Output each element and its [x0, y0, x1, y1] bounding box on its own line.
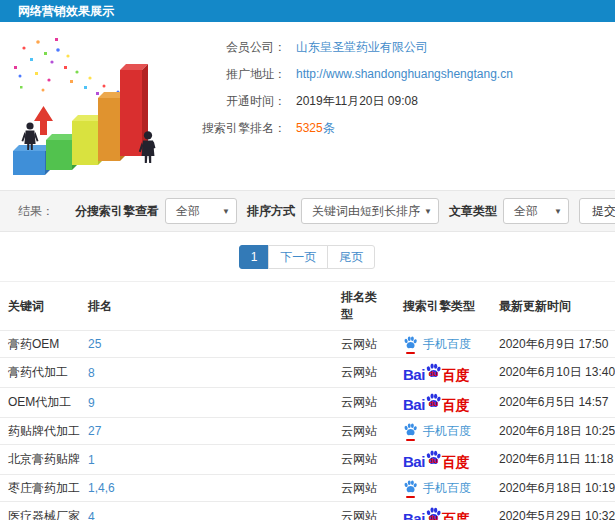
promo-url-label: 推广地址： [186, 67, 286, 81]
filter-band: 结果： 分搜索引擎查看 全部 ▼ 排序方式 关键词由短到长排序 ▼ 文章类型 全… [0, 190, 615, 232]
updated-time-cell: 2020年6月5日 14:57 [491, 388, 615, 418]
baidu-paw-icon [403, 422, 418, 437]
next-page-button[interactable]: 下一页 [268, 245, 328, 269]
chevron-down-icon: ▼ [554, 199, 562, 225]
page-title: 网络营销效果展示 [0, 0, 615, 22]
engine-filter-select[interactable]: 全部 ▼ [165, 198, 237, 224]
promo-url-link[interactable]: http://www.shandonghuangshengtang.cn [296, 67, 513, 81]
up-arrow-decoration [34, 106, 53, 135]
rank-type-cell: 云网站 [333, 331, 395, 358]
baidu-logo: Baidu百度 [403, 506, 470, 520]
info-section: 会员公司： 山东皇圣堂药业有限公司 推广地址： http://www.shand… [0, 22, 615, 190]
sort-filter-label: 排序方式 [247, 203, 295, 220]
updated-time-cell: 2020年6月11日 11:18 [491, 445, 615, 475]
rank-type-cell: 云网站 [333, 502, 395, 520]
table-row: OEM代加工9云网站Baidu百度2020年6月5日 14:57 [0, 388, 615, 418]
table-row: 医疗器械厂家4云网站Baidu百度2020年5月29日 10:32 [0, 502, 615, 520]
sort-filter-select[interactable]: 关键词由短到长排序 ▼ [301, 198, 439, 224]
keyword-cell: 医疗器械厂家 [0, 502, 80, 520]
baidu-du-text: du [428, 366, 438, 382]
result-label: 结果： [18, 203, 54, 220]
info-row-open-time: 开通时间： 2019年11月20日 09:08 [186, 94, 615, 108]
results-table: 关键词排名排名类型搜索引擎类型最新更新时间 膏药OEM25云网站手机百度2020… [0, 281, 615, 520]
keyword-cell: 药贴牌代加工 [0, 418, 80, 445]
rank-link[interactable]: 1 [88, 453, 95, 467]
table-row: 膏药代加工8云网站Baidu百度2020年6月10日 13:40 [0, 358, 615, 388]
article-type-filter-label: 文章类型 [449, 203, 497, 220]
last-page-button[interactable]: 尾页 [327, 245, 375, 269]
mobile-baidu-logo: 手机百度 [403, 335, 471, 353]
engine-type-cell: 手机百度 [395, 418, 491, 445]
table-row: 枣庄膏药加工1,4,6云网站手机百度2020年6月18日 10:19 [0, 475, 615, 502]
info-row-company: 会员公司： 山东皇圣堂药业有限公司 [186, 40, 615, 54]
mobile-baidu-label: 手机百度 [423, 336, 471, 353]
rank-cell: 1,4,6 [80, 475, 333, 502]
submit-button[interactable]: 提交 [579, 198, 615, 224]
pagination: 1 下一页 尾页 [0, 245, 615, 269]
rank-type-cell: 云网站 [333, 445, 395, 475]
baidu-underline-icon [406, 352, 415, 354]
rank-count-number: 5325 [296, 121, 323, 135]
results-table-body: 膏药OEM25云网站手机百度2020年6月9日 17:50膏药代加工8云网站Ba… [0, 331, 615, 520]
baidu-bai-text: Bai [403, 367, 425, 383]
baidu-logo: Baidu百度 [403, 362, 470, 383]
info-row-rank-count: 搜索引擎排名： 5325条 [186, 121, 615, 135]
table-row: 药贴牌代加工27云网站手机百度2020年6月18日 10:25 [0, 418, 615, 445]
baidu-du-text: du [428, 453, 438, 469]
baidu-logo: Baidu百度 [403, 392, 470, 413]
mobile-baidu-label: 手机百度 [423, 480, 471, 497]
table-row: 膏药OEM25云网站手机百度2020年6月9日 17:50 [0, 331, 615, 358]
article-type-value: 全部 [514, 204, 538, 218]
rank-link[interactable]: 27 [88, 424, 101, 438]
rank-cell: 25 [80, 331, 333, 358]
mobile-baidu-label: 手机百度 [423, 423, 471, 440]
updated-time-cell: 2020年6月9日 17:50 [491, 331, 615, 358]
updated-time-cell: 2020年6月18日 10:19 [491, 475, 615, 502]
rank-cell: 9 [80, 388, 333, 418]
company-label: 会员公司： [186, 40, 286, 54]
rank-type-cell: 云网站 [333, 418, 395, 445]
updated-time-cell: 2020年6月18日 10:25 [491, 418, 615, 445]
baidu-underline-icon [406, 496, 415, 498]
rank-link[interactable]: 8 [88, 366, 95, 380]
marketing-chart-image [0, 28, 186, 188]
info-list: 会员公司： 山东皇圣堂药业有限公司 推广地址： http://www.shand… [186, 22, 615, 190]
engine-type-cell: Baidu百度 [395, 445, 491, 475]
column-header: 排名类型 [333, 282, 395, 331]
open-time-label: 开通时间： [186, 94, 286, 108]
rank-count-suffix: 条 [323, 121, 335, 135]
rank-cell: 8 [80, 358, 333, 388]
rank-cell: 27 [80, 418, 333, 445]
engine-filter-label: 分搜索引擎查看 [75, 203, 159, 220]
filter-controls: 分搜索引擎查看 全部 ▼ 排序方式 关键词由短到长排序 ▼ 文章类型 全部 ▼ … [65, 198, 615, 224]
rank-type-cell: 云网站 [333, 358, 395, 388]
baidu-name-text: 百度 [442, 367, 470, 383]
rank-link[interactable]: 9 [88, 396, 95, 410]
rank-type-cell: 云网站 [333, 388, 395, 418]
engine-type-cell: 手机百度 [395, 331, 491, 358]
sort-filter-value: 关键词由短到长排序 [312, 204, 420, 218]
engine-type-cell: Baidu百度 [395, 502, 491, 520]
company-link[interactable]: 山东皇圣堂药业有限公司 [296, 40, 428, 54]
baidu-bai-text: Bai [403, 454, 425, 470]
keyword-cell: 膏药代加工 [0, 358, 80, 388]
rank-link[interactable]: 25 [88, 337, 101, 351]
engine-type-cell: Baidu百度 [395, 358, 491, 388]
rank-type-cell: 云网站 [333, 475, 395, 502]
keyword-cell: 枣庄膏药加工 [0, 475, 80, 502]
baidu-paw-icon [403, 335, 418, 350]
rank-link[interactable]: 4 [88, 510, 95, 520]
engine-type-cell: Baidu百度 [395, 388, 491, 418]
open-time-value: 2019年11月20日 09:08 [296, 94, 418, 108]
baidu-logo: Baidu百度 [403, 449, 470, 470]
engine-type-cell: 手机百度 [395, 475, 491, 502]
rank-link[interactable]: 1,4,6 [88, 481, 115, 495]
article-type-select[interactable]: 全部 ▼ [503, 198, 569, 224]
baidu-bai-text: Bai [403, 511, 425, 520]
baidu-name-text: 百度 [442, 397, 470, 413]
baidu-name-text: 百度 [442, 454, 470, 470]
rank-cell: 1 [80, 445, 333, 475]
baidu-bai-text: Bai [403, 397, 425, 413]
mobile-baidu-logo: 手机百度 [403, 479, 471, 497]
page-button-current[interactable]: 1 [239, 245, 270, 269]
